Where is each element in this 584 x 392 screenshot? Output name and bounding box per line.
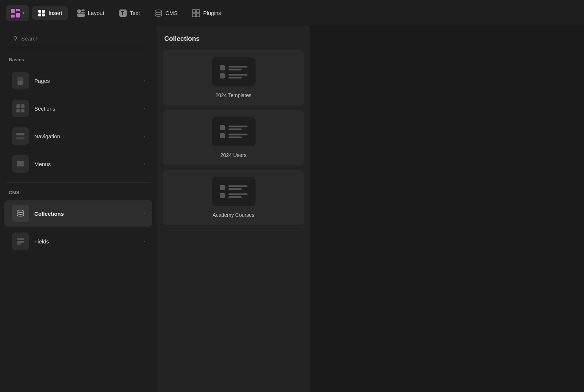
svg-rect-29 (17, 165, 24, 166)
svg-rect-1 (16, 9, 20, 11)
sidebar-item-fields[interactable]: Fields › (4, 228, 152, 254)
sidebar-item-menus[interactable]: Menus › (4, 151, 152, 177)
logo-icon (10, 8, 20, 18)
logo-button[interactable]: ▾ (6, 5, 29, 21)
main-layout: ⚲ Basics Pages › (0, 26, 584, 392)
collection-icon-users (212, 117, 256, 146)
collection-icon-courses (212, 177, 256, 206)
svg-rect-5 (42, 10, 45, 13)
svg-rect-17 (192, 14, 196, 17)
svg-rect-32 (17, 241, 24, 243)
svg-rect-16 (196, 9, 200, 13)
svg-rect-31 (17, 238, 24, 240)
collections-icon (12, 205, 29, 222)
navigation-chevron-icon: › (143, 134, 145, 139)
cms-button[interactable]: CMS (149, 6, 183, 20)
fields-label: Fields (34, 238, 138, 245)
menus-icon (12, 155, 29, 173)
svg-rect-2 (11, 15, 15, 18)
main-canvas (310, 26, 584, 392)
navigation-icon (12, 127, 29, 145)
logo-chevron-icon: ▾ (23, 11, 24, 15)
topbar: ▾ Insert Layout T (0, 0, 584, 26)
svg-rect-24 (21, 109, 24, 112)
svg-point-30 (17, 210, 24, 213)
svg-rect-25 (16, 133, 24, 135)
svg-rect-18 (196, 14, 200, 17)
svg-rect-23 (16, 109, 20, 112)
svg-rect-7 (42, 14, 45, 16)
collections-label: Collections (34, 211, 138, 217)
svg-rect-26 (16, 137, 24, 139)
svg-rect-33 (17, 243, 21, 245)
text-button[interactable]: T Text (113, 6, 146, 20)
collection-card-templates[interactable]: 2024 Templates (163, 50, 304, 105)
svg-point-14 (155, 10, 162, 13)
layout-label: Layout (88, 10, 104, 16)
text-icon: T (119, 9, 127, 17)
svg-rect-4 (38, 10, 41, 13)
pages-label: Pages (34, 78, 138, 84)
pages-chevron-icon: › (143, 78, 145, 83)
collections-chevron-icon: › (143, 211, 145, 216)
svg-rect-6 (38, 14, 41, 16)
collection-label-users: 2024 Users (220, 152, 247, 158)
menus-label: Menus (34, 161, 138, 167)
navigation-label: Navigation (34, 133, 138, 139)
collection-label-courses: Academy Courses (212, 212, 254, 218)
fields-chevron-icon: › (143, 239, 145, 244)
insert-icon (38, 9, 46, 17)
plugins-label: Plugins (203, 10, 221, 16)
svg-rect-0 (11, 9, 15, 13)
search-input[interactable] (21, 35, 143, 42)
sections-chevron-icon: › (143, 106, 145, 111)
svg-rect-3 (16, 13, 20, 18)
svg-rect-22 (21, 104, 24, 108)
search-bar: ⚲ (6, 32, 151, 48)
svg-rect-9 (81, 9, 85, 11)
insert-button[interactable]: Insert (32, 6, 68, 20)
collection-icon-templates (212, 57, 256, 87)
fields-icon (12, 232, 29, 250)
svg-rect-21 (16, 104, 20, 108)
sections-label: Sections (34, 105, 138, 112)
svg-rect-15 (192, 9, 196, 13)
svg-rect-28 (17, 163, 24, 165)
svg-rect-11 (77, 14, 85, 17)
layout-button[interactable]: Layout (71, 6, 110, 20)
cms-icon (154, 9, 162, 17)
sidebar-item-collections[interactable]: Collections › (4, 200, 152, 227)
search-icon: ⚲ (13, 35, 18, 42)
svg-text:T: T (121, 10, 124, 16)
sidebar: ⚲ Basics Pages › (0, 26, 157, 392)
svg-rect-8 (77, 9, 81, 13)
plugins-icon (192, 9, 200, 17)
layout-icon (77, 9, 85, 17)
collection-card-users[interactable]: 2024 Users (163, 110, 304, 165)
svg-rect-10 (81, 12, 85, 13)
collection-label-templates: 2024 Templates (215, 92, 251, 98)
sidebar-item-sections[interactable]: Sections › (4, 95, 152, 122)
collection-card-courses[interactable]: Academy Courses (163, 170, 304, 225)
cms-label: CMS (165, 10, 177, 16)
text-label: Text (130, 10, 140, 16)
sidebar-item-pages[interactable]: Pages › (4, 68, 152, 94)
panel-title: Collections (163, 35, 304, 43)
collections-panel: Collections (157, 26, 310, 392)
svg-rect-20 (18, 77, 23, 81)
insert-label: Insert (49, 10, 62, 16)
sections-icon (12, 100, 29, 117)
cms-section-label: CMS (0, 187, 157, 198)
menus-chevron-icon: › (143, 161, 145, 166)
plugins-button[interactable]: Plugins (186, 6, 227, 20)
pages-icon (12, 72, 29, 89)
sidebar-item-navigation[interactable]: Navigation › (4, 123, 152, 149)
svg-rect-27 (17, 161, 24, 163)
divider (6, 182, 151, 182)
basics-section-label: Basics (0, 54, 157, 65)
